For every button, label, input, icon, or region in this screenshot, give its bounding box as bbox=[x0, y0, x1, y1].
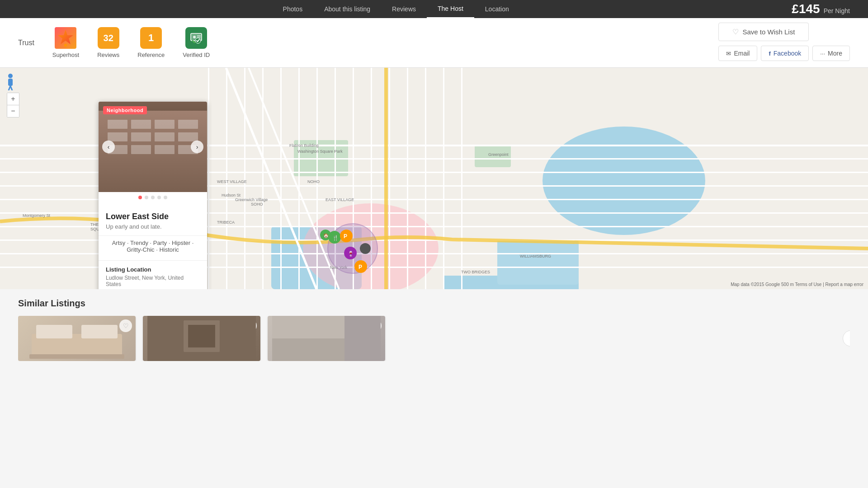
svg-rect-87 bbox=[272, 338, 344, 361]
nav-reviews[interactable]: Reviews bbox=[381, 0, 427, 18]
listing-location: Listing Location Ludlow Street, New York… bbox=[99, 260, 207, 289]
svg-rect-33 bbox=[316, 68, 318, 289]
svg-rect-39 bbox=[425, 68, 426, 289]
verified-id-icon bbox=[185, 27, 207, 49]
similar-listing-3-image: ♡ bbox=[268, 316, 385, 361]
zoom-out-button[interactable]: − bbox=[7, 105, 19, 117]
reviews-label: Reviews bbox=[97, 52, 119, 58]
svg-rect-80 bbox=[81, 325, 118, 338]
svg-point-4 bbox=[193, 36, 196, 38]
facebook-label: Facebook bbox=[774, 50, 801, 57]
card-prev-button[interactable]: ‹ bbox=[102, 141, 115, 153]
svg-point-1 bbox=[64, 44, 67, 47]
svg-text:Montgomery St: Montgomery St bbox=[23, 213, 51, 218]
trust-badge-superhost: Superhost bbox=[52, 27, 79, 58]
similar-listing-2: ♡ bbox=[143, 316, 260, 361]
trust-badge-reviews: 32 Reviews bbox=[97, 27, 119, 58]
svg-point-74 bbox=[8, 74, 13, 78]
dot-3 bbox=[151, 196, 155, 199]
svg-rect-37 bbox=[389, 68, 390, 289]
more-button[interactable]: ··· More bbox=[812, 46, 850, 61]
similar-listings-next-button[interactable]: › bbox=[843, 330, 850, 347]
svg-rect-38 bbox=[407, 68, 408, 289]
svg-text:Hudson St: Hudson St bbox=[222, 193, 241, 197]
svg-rect-41 bbox=[461, 68, 462, 289]
trust-badge-verified: Verified ID bbox=[183, 27, 210, 58]
superhost-label: Superhost bbox=[52, 52, 79, 58]
facebook-button[interactable]: f Facebook bbox=[761, 46, 809, 61]
map-section: Washington Square Park WEST VILLAGE SOHO… bbox=[0, 68, 868, 289]
email-button[interactable]: ✉ Email bbox=[718, 46, 757, 61]
nav-items: Photos About this listing Reviews The Ho… bbox=[0, 0, 792, 18]
similar-listing-1-image: ♡ bbox=[18, 316, 136, 361]
neighborhood-subtitle: Up early and out late. bbox=[99, 223, 207, 235]
similar-listing-1: ♡ bbox=[18, 316, 136, 361]
carousel-dots bbox=[99, 192, 207, 205]
facebook-icon: f bbox=[769, 50, 770, 57]
svg-text:🍷: 🍷 bbox=[348, 250, 354, 257]
neighborhood-card: Neighborhood ‹ › Lower East Side Up earl… bbox=[99, 102, 207, 289]
zoom-in-button[interactable]: + bbox=[7, 93, 19, 105]
svg-rect-27 bbox=[208, 68, 209, 289]
save-to-wish-list-button[interactable]: ♡ Save to Wish List bbox=[718, 23, 809, 41]
map-footer: Map data ©2015 Google 500 m Terms of Use… bbox=[731, 282, 863, 287]
superhost-icon bbox=[55, 27, 76, 49]
dot-2 bbox=[145, 196, 148, 199]
svg-text:🏠: 🏠 bbox=[323, 233, 329, 239]
pricing-area: £145 Per Night bbox=[792, 2, 868, 16]
svg-rect-32 bbox=[298, 68, 300, 289]
similar-listing-2-image: ♡ bbox=[143, 316, 260, 361]
verified-label: Verified ID bbox=[183, 52, 210, 58]
svg-point-71 bbox=[360, 243, 371, 254]
svg-rect-81 bbox=[29, 354, 124, 359]
svg-rect-84 bbox=[188, 325, 215, 347]
neighborhood-badge: Neighborhood bbox=[103, 106, 147, 114]
svg-rect-15 bbox=[497, 239, 579, 285]
top-nav: Photos About this listing Reviews The Ho… bbox=[0, 0, 868, 18]
price-amount: £145 bbox=[792, 2, 820, 16]
trust-section: Trust Superhost 32 bbox=[0, 18, 868, 68]
svg-text:Flatiron Building: Flatiron Building bbox=[289, 143, 319, 148]
nav-location[interactable]: Location bbox=[474, 0, 520, 18]
nav-the-host[interactable]: The Host bbox=[427, 0, 474, 18]
streetview-person[interactable] bbox=[5, 73, 15, 92]
similar-listing-3: ♡ bbox=[268, 316, 385, 361]
share-buttons: ✉ Email f Facebook ··· More bbox=[718, 46, 850, 61]
neighborhood-tags: Artsy · Trendy · Party · Hipster · Gritt… bbox=[99, 235, 207, 260]
map-zoom-controls: + − bbox=[7, 93, 19, 117]
svg-marker-0 bbox=[58, 30, 73, 44]
reference-label: Reference bbox=[137, 52, 165, 58]
more-label: More bbox=[828, 50, 842, 57]
neighborhood-title: Lower East Side bbox=[99, 205, 207, 223]
svg-text:WEST VILLAGE: WEST VILLAGE bbox=[217, 179, 247, 184]
svg-rect-31 bbox=[280, 68, 282, 289]
wish-list-label: Save to Wish List bbox=[742, 28, 795, 36]
svg-text:🍴: 🍴 bbox=[332, 235, 339, 241]
svg-rect-29 bbox=[244, 68, 245, 289]
svg-text:EAST VILLAGE: EAST VILLAGE bbox=[326, 197, 354, 202]
svg-rect-42 bbox=[384, 68, 388, 289]
price-display: £145 Per Night bbox=[792, 2, 850, 16]
card-next-button[interactable]: › bbox=[191, 141, 203, 153]
email-label: Email bbox=[734, 50, 750, 57]
svg-text:P: P bbox=[359, 264, 362, 270]
svg-text:TRIBECA: TRIBECA bbox=[217, 220, 235, 225]
more-icon: ··· bbox=[820, 50, 825, 57]
dot-4 bbox=[157, 196, 161, 199]
similar-listings-title: Similar Listings bbox=[18, 298, 850, 309]
reviews-icon: 32 bbox=[98, 27, 119, 49]
svg-text:SOHO: SOHO bbox=[251, 202, 263, 206]
svg-line-77 bbox=[10, 86, 12, 90]
svg-text:Washington Square Park: Washington Square Park bbox=[297, 149, 343, 154]
svg-text:NOHO: NOHO bbox=[307, 179, 320, 184]
svg-rect-79 bbox=[36, 325, 72, 338]
reference-count: 1 bbox=[148, 32, 154, 44]
nav-about[interactable]: About this listing bbox=[313, 0, 381, 18]
neighborhood-image: Neighborhood ‹ › bbox=[99, 102, 207, 192]
sidebar-actions: ♡ Save to Wish List ✉ Email f Facebook ·… bbox=[718, 23, 850, 61]
map-canvas[interactable]: Washington Square Park WEST VILLAGE SOHO… bbox=[0, 68, 868, 289]
dot-1 bbox=[138, 196, 142, 199]
svg-text:Greenwich Village: Greenwich Village bbox=[235, 197, 268, 202]
trust-badge-reference: 1 Reference bbox=[137, 27, 165, 58]
nav-photos[interactable]: Photos bbox=[272, 0, 314, 18]
